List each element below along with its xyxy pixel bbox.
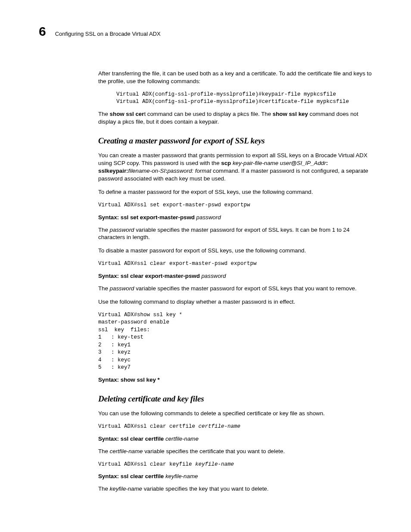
code-block: Virtual ADX#ssl clear certfile certfile-… bbox=[98, 423, 372, 431]
inline-italic: password bbox=[110, 227, 134, 233]
code-text: Virtual ADX#ssl clear keyfile bbox=[98, 461, 195, 467]
syntax-label: Syntax: bbox=[98, 376, 121, 383]
syntax-line: Syntax: ssl set export-master-pswd passw… bbox=[98, 214, 372, 221]
inline-italic: SI_IP_Addr bbox=[297, 160, 326, 166]
syntax-command: ssl set export-master-pswd bbox=[121, 214, 195, 221]
code-block: Virtual ADX#show ssl key * master-passwo… bbox=[98, 311, 372, 372]
code-block: Virtual ADX#ssl set export-master-pswd e… bbox=[98, 202, 372, 209]
code-text: Virtual ADX#ssl clear certfile bbox=[98, 423, 199, 429]
syntax-line: Syntax: ssl clear certfile certfile-name bbox=[98, 435, 372, 443]
inline-italic: keyfile-name bbox=[110, 485, 142, 492]
code-block: Virtual ADX(config-ssl-profile-mysslprof… bbox=[98, 91, 372, 106]
syntax-arg: password bbox=[200, 273, 226, 279]
inline-bold: show ssl cer bbox=[110, 111, 144, 117]
text: The bbox=[98, 227, 110, 233]
syntax-arg: keyfile-name bbox=[164, 473, 198, 479]
text: variable specifies the master password f… bbox=[98, 227, 349, 241]
syntax-command: show ssl key * bbox=[121, 376, 160, 383]
chapter-number: 6 bbox=[39, 24, 46, 39]
paragraph: Use the following command to display whe… bbox=[98, 298, 372, 306]
syntax-command: ssl clear certfile bbox=[121, 473, 164, 479]
paragraph: The password variable specifies the mast… bbox=[98, 226, 372, 242]
text: variable specifies the key that you want… bbox=[142, 485, 268, 492]
page-header: 6 Configuring SSL on a Brocade Virtual A… bbox=[39, 24, 372, 39]
syntax-line: Syntax: ssl clear certfile keyfile-name bbox=[98, 473, 372, 480]
paragraph: You can create a master password that gr… bbox=[98, 152, 372, 183]
paragraph: The password variable specifies the mast… bbox=[98, 285, 372, 292]
paragraph: You can use the following commands to de… bbox=[98, 410, 372, 417]
syntax-line: Syntax: show ssl key * bbox=[98, 376, 372, 384]
inline-italic: filename-on-SI bbox=[128, 168, 165, 174]
paragraph: To disable a master password for export … bbox=[98, 247, 372, 255]
text: t command can be used to display a pkcs … bbox=[144, 111, 272, 117]
text: The bbox=[98, 111, 110, 117]
text: The bbox=[98, 485, 110, 492]
syntax-label: Syntax: bbox=[98, 273, 121, 279]
syntax-label: Syntax: bbox=[98, 436, 121, 442]
inline-bold: scp bbox=[221, 160, 231, 166]
syntax-line: Syntax: ssl clear export-master-pswd pas… bbox=[98, 272, 372, 280]
paragraph: The certfile-name variable specifies the… bbox=[98, 448, 372, 455]
text: The bbox=[98, 448, 110, 454]
code-block: Virtual ADX#ssl clear export-master-pswd… bbox=[98, 260, 372, 268]
syntax-label: Syntax: bbox=[98, 214, 121, 221]
content-body: After transferring the file, it can be u… bbox=[98, 70, 372, 493]
paragraph: The keyfile-name variable specifies the … bbox=[98, 485, 372, 493]
syntax-arg: password bbox=[195, 214, 221, 221]
syntax-arg: certfile-name bbox=[164, 436, 199, 442]
inline-italic: password: format bbox=[167, 168, 211, 174]
text: variable specifies the certificate that … bbox=[143, 448, 285, 454]
section-heading: Creating a master password for export of… bbox=[98, 135, 372, 146]
inline-bold: show ssl key bbox=[273, 111, 308, 117]
inline-italic: certfile-name bbox=[110, 448, 143, 454]
section-heading: Deleting certificate and key files bbox=[98, 393, 372, 404]
code-italic: certfile-name bbox=[199, 423, 241, 429]
paragraph: After transferring the file, it can be u… bbox=[98, 70, 372, 85]
code-block: Virtual ADX#ssl clear keyfile keyfile-na… bbox=[98, 461, 372, 469]
inline-italic: key-pair-file-name user bbox=[231, 160, 291, 166]
inline-bold: @ bbox=[291, 160, 297, 166]
inline-italic: password bbox=[110, 285, 134, 292]
syntax-command: ssl clear export-master-pswd bbox=[121, 273, 200, 279]
header-section-title: Configuring SSL on a Brocade Virtual ADX bbox=[55, 31, 161, 37]
syntax-command: ssl clear certfile bbox=[121, 436, 164, 442]
paragraph: The show ssl cert command can be used to… bbox=[98, 110, 372, 126]
code-italic: keyfile-name bbox=[195, 461, 234, 467]
text: variable specifies the master password f… bbox=[134, 285, 357, 292]
text: The bbox=[98, 285, 110, 292]
syntax-label: Syntax: bbox=[98, 473, 121, 479]
paragraph: To define a master password for the expo… bbox=[98, 188, 372, 196]
page: 6 Configuring SSL on a Brocade Virtual A… bbox=[0, 0, 411, 516]
